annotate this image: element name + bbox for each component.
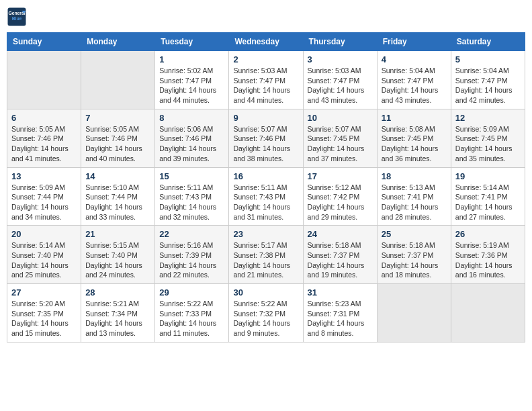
- day-number: 7: [85, 113, 150, 123]
- calendar-cell: 31Sunrise: 5:23 AMSunset: 7:31 PMDayligh…: [303, 284, 377, 342]
- day-number: 19: [455, 171, 521, 181]
- day-number: 31: [308, 287, 373, 298]
- weekday-header-saturday: Saturday: [451, 33, 525, 51]
- weekday-header-friday: Friday: [377, 33, 451, 51]
- calendar-cell: 4Sunrise: 5:04 AMSunset: 7:47 PMDaylight…: [377, 51, 451, 109]
- calendar-cell: 8Sunrise: 5:06 AMSunset: 7:46 PMDaylight…: [155, 109, 229, 167]
- calendar-cell: 11Sunrise: 5:08 AMSunset: 7:45 PMDayligh…: [377, 109, 451, 167]
- calendar-body: 1Sunrise: 5:02 AMSunset: 7:47 PMDaylight…: [7, 51, 525, 342]
- calendar-week-2: 6Sunrise: 5:05 AMSunset: 7:46 PMDaylight…: [7, 109, 525, 167]
- day-number: 16: [233, 171, 298, 181]
- cell-info: Sunrise: 5:03 AMSunset: 7:47 PMDaylight:…: [308, 66, 373, 105]
- calendar-cell: 28Sunrise: 5:21 AMSunset: 7:34 PMDayligh…: [81, 284, 155, 342]
- logo: General Blue: [7, 7, 30, 27]
- calendar-cell: 10Sunrise: 5:07 AMSunset: 7:45 PMDayligh…: [303, 109, 377, 167]
- calendar-cell: [377, 284, 451, 342]
- calendar-cell: 29Sunrise: 5:22 AMSunset: 7:33 PMDayligh…: [155, 284, 229, 342]
- calendar-cell: [7, 51, 81, 109]
- cell-info: Sunrise: 5:06 AMSunset: 7:46 PMDaylight:…: [159, 124, 224, 164]
- day-number: 4: [382, 54, 447, 64]
- cell-info: Sunrise: 5:11 AMSunset: 7:43 PMDaylight:…: [159, 183, 224, 222]
- day-number: 28: [85, 287, 150, 298]
- cell-info: Sunrise: 5:16 AMSunset: 7:39 PMDaylight:…: [159, 240, 224, 280]
- calendar-cell: 20Sunrise: 5:14 AMSunset: 7:40 PMDayligh…: [7, 226, 81, 284]
- cell-info: Sunrise: 5:08 AMSunset: 7:45 PMDaylight:…: [382, 124, 447, 164]
- calendar-cell: [81, 51, 155, 109]
- day-number: 21: [85, 229, 150, 239]
- calendar-cell: 2Sunrise: 5:03 AMSunset: 7:47 PMDaylight…: [229, 51, 303, 109]
- calendar-cell: 22Sunrise: 5:16 AMSunset: 7:39 PMDayligh…: [155, 226, 229, 284]
- day-number: 13: [11, 171, 77, 181]
- cell-info: Sunrise: 5:18 AMSunset: 7:37 PMDaylight:…: [308, 240, 373, 280]
- cell-info: Sunrise: 5:12 AMSunset: 7:42 PMDaylight:…: [308, 183, 373, 222]
- calendar-cell: 24Sunrise: 5:18 AMSunset: 7:37 PMDayligh…: [303, 226, 377, 284]
- cell-info: Sunrise: 5:07 AMSunset: 7:46 PMDaylight:…: [233, 124, 298, 164]
- calendar-cell: 19Sunrise: 5:14 AMSunset: 7:41 PMDayligh…: [451, 167, 525, 226]
- cell-info: Sunrise: 5:11 AMSunset: 7:43 PMDaylight:…: [233, 183, 298, 222]
- cell-info: Sunrise: 5:20 AMSunset: 7:35 PMDaylight:…: [11, 299, 77, 338]
- cell-info: Sunrise: 5:14 AMSunset: 7:41 PMDaylight:…: [455, 183, 521, 222]
- calendar-cell: 17Sunrise: 5:12 AMSunset: 7:42 PMDayligh…: [303, 167, 377, 226]
- calendar-week-3: 13Sunrise: 5:09 AMSunset: 7:44 PMDayligh…: [7, 167, 525, 226]
- cell-info: Sunrise: 5:05 AMSunset: 7:46 PMDaylight:…: [85, 124, 150, 164]
- cell-info: Sunrise: 5:17 AMSunset: 7:38 PMDaylight:…: [233, 240, 298, 280]
- cell-info: Sunrise: 5:15 AMSunset: 7:40 PMDaylight:…: [85, 240, 150, 280]
- day-number: 23: [233, 229, 298, 239]
- day-number: 20: [11, 229, 77, 239]
- weekday-header-tuesday: Tuesday: [155, 33, 229, 51]
- weekday-header-wednesday: Wednesday: [229, 33, 303, 51]
- calendar-cell: 1Sunrise: 5:02 AMSunset: 7:47 PMDaylight…: [155, 51, 229, 109]
- calendar-cell: [451, 284, 525, 342]
- cell-info: Sunrise: 5:07 AMSunset: 7:45 PMDaylight:…: [308, 124, 373, 164]
- day-number: 6: [11, 113, 77, 123]
- calendar-cell: 18Sunrise: 5:13 AMSunset: 7:41 PMDayligh…: [377, 167, 451, 226]
- cell-info: Sunrise: 5:13 AMSunset: 7:41 PMDaylight:…: [382, 183, 447, 222]
- weekday-header-monday: Monday: [81, 33, 155, 51]
- cell-info: Sunrise: 5:21 AMSunset: 7:34 PMDaylight:…: [85, 299, 150, 338]
- calendar-cell: 14Sunrise: 5:10 AMSunset: 7:44 PMDayligh…: [81, 167, 155, 226]
- day-number: 15: [159, 171, 224, 181]
- page-header: General Blue: [7, 7, 525, 27]
- svg-text:Blue: Blue: [12, 16, 22, 21]
- weekday-header-thursday: Thursday: [303, 33, 377, 51]
- logo-icon: General Blue: [7, 7, 27, 27]
- day-number: 29: [159, 287, 224, 298]
- calendar-week-4: 20Sunrise: 5:14 AMSunset: 7:40 PMDayligh…: [7, 226, 525, 284]
- calendar-cell: 6Sunrise: 5:05 AMSunset: 7:46 PMDaylight…: [7, 109, 81, 167]
- day-number: 9: [233, 113, 298, 123]
- cell-info: Sunrise: 5:04 AMSunset: 7:47 PMDaylight:…: [382, 66, 447, 105]
- cell-info: Sunrise: 5:14 AMSunset: 7:40 PMDaylight:…: [11, 240, 77, 280]
- cell-info: Sunrise: 5:22 AMSunset: 7:33 PMDaylight:…: [159, 299, 224, 338]
- calendar-week-5: 27Sunrise: 5:20 AMSunset: 7:35 PMDayligh…: [7, 284, 525, 342]
- calendar-cell: 13Sunrise: 5:09 AMSunset: 7:44 PMDayligh…: [7, 167, 81, 226]
- calendar-week-1: 1Sunrise: 5:02 AMSunset: 7:47 PMDaylight…: [7, 51, 525, 109]
- calendar-cell: 9Sunrise: 5:07 AMSunset: 7:46 PMDaylight…: [229, 109, 303, 167]
- calendar-table: SundayMondayTuesdayWednesdayThursdayFrid…: [7, 32, 525, 342]
- weekday-header-sunday: Sunday: [7, 33, 81, 51]
- calendar-cell: 23Sunrise: 5:17 AMSunset: 7:38 PMDayligh…: [229, 226, 303, 284]
- cell-info: Sunrise: 5:22 AMSunset: 7:32 PMDaylight:…: [233, 299, 298, 338]
- day-number: 11: [382, 113, 447, 123]
- calendar-cell: 21Sunrise: 5:15 AMSunset: 7:40 PMDayligh…: [81, 226, 155, 284]
- calendar-cell: 27Sunrise: 5:20 AMSunset: 7:35 PMDayligh…: [7, 284, 81, 342]
- calendar-cell: 25Sunrise: 5:18 AMSunset: 7:37 PMDayligh…: [377, 226, 451, 284]
- cell-info: Sunrise: 5:10 AMSunset: 7:44 PMDaylight:…: [85, 183, 150, 222]
- cell-info: Sunrise: 5:09 AMSunset: 7:45 PMDaylight:…: [455, 124, 521, 164]
- calendar-cell: 30Sunrise: 5:22 AMSunset: 7:32 PMDayligh…: [229, 284, 303, 342]
- calendar-cell: 3Sunrise: 5:03 AMSunset: 7:47 PMDaylight…: [303, 51, 377, 109]
- calendar-cell: 7Sunrise: 5:05 AMSunset: 7:46 PMDaylight…: [81, 109, 155, 167]
- day-number: 10: [308, 113, 373, 123]
- day-number: 1: [159, 54, 224, 64]
- cell-info: Sunrise: 5:03 AMSunset: 7:47 PMDaylight:…: [233, 66, 298, 105]
- day-number: 14: [85, 171, 150, 181]
- day-number: 3: [308, 54, 373, 64]
- day-number: 17: [308, 171, 373, 181]
- day-number: 12: [455, 113, 521, 123]
- cell-info: Sunrise: 5:19 AMSunset: 7:36 PMDaylight:…: [455, 240, 521, 280]
- calendar-cell: 16Sunrise: 5:11 AMSunset: 7:43 PMDayligh…: [229, 167, 303, 226]
- day-number: 25: [382, 229, 447, 239]
- calendar-cell: 26Sunrise: 5:19 AMSunset: 7:36 PMDayligh…: [451, 226, 525, 284]
- day-number: 26: [455, 229, 521, 239]
- day-number: 22: [159, 229, 224, 239]
- day-number: 30: [233, 287, 298, 298]
